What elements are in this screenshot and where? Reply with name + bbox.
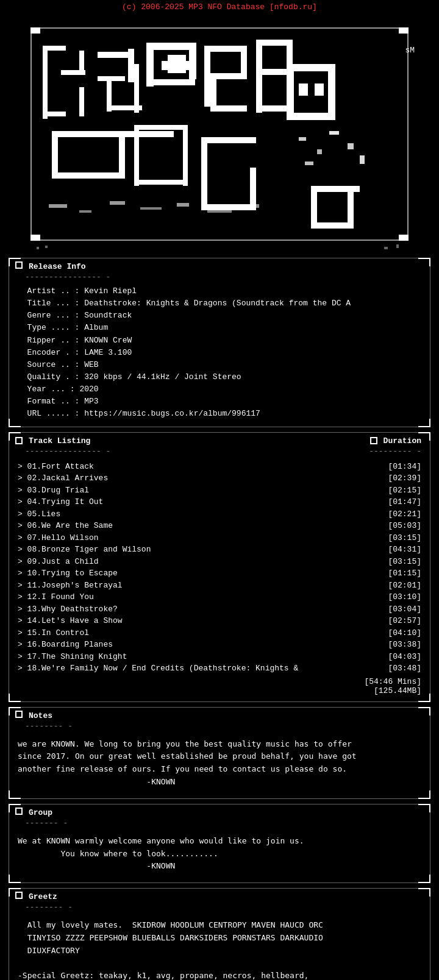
- svg-rect-0: [30, 27, 409, 29]
- svg-rect-41: [119, 137, 125, 174]
- track-row: > 15.In Control[04:10]: [18, 627, 421, 639]
- release-info-title: Release Info: [29, 262, 86, 271]
- release-info-body: Artist .. : Kevin Riepl Title ... : Deat…: [9, 283, 430, 427]
- release-info-block: Release Info ---------------- - Artist .…: [9, 258, 430, 427]
- svg-rect-19: [134, 64, 139, 113]
- track-row: > 12.I Found You[03:10]: [18, 591, 421, 603]
- release-info-divider: ---------------- -: [9, 272, 430, 283]
- svg-rect-45: [139, 125, 188, 130]
- year-line: Year ... : 2020: [18, 383, 421, 396]
- svg-rect-77: [396, 244, 399, 248]
- total-mb: [125.44MB]: [18, 686, 421, 695]
- svg-rect-9: [48, 46, 66, 51]
- greetz-block: Greetz -------- - All my lovely mates. S…: [9, 888, 430, 980]
- svg-rect-72: [311, 222, 354, 229]
- notes-body: we are KNOWN. We long to bring you the b…: [9, 732, 430, 798]
- notes-title: Notes: [29, 711, 52, 720]
- svg-rect-55: [140, 207, 162, 210]
- url-line: URL ..... : https://music.bugs.co.kr/alb…: [18, 408, 421, 420]
- totals: [54:46 Mins] [125.44MB]: [18, 677, 421, 695]
- track-row: > 14.Let's Have a Show[02:57]: [18, 615, 421, 627]
- ascii-art-area: sM: [0, 15, 439, 253]
- svg-rect-2: [407, 27, 409, 241]
- svg-rect-68: [299, 83, 308, 96]
- encoder-line: Encoder . : LAME 3.100: [18, 347, 421, 359]
- track-row: > 03.Drug Trial[02:15]: [18, 485, 421, 497]
- svg-rect-51: [360, 155, 365, 164]
- svg-rect-20: [146, 43, 195, 50]
- svg-rect-53: [79, 210, 91, 213]
- svg-rect-74: [37, 247, 39, 249]
- svg-rect-25: [162, 61, 192, 70]
- svg-rect-60: [207, 204, 256, 210]
- svg-rect-52: [49, 204, 67, 208]
- format-line: Format .. : MP3: [18, 396, 421, 408]
- group-header: Group: [9, 804, 430, 818]
- svg-rect-42: [134, 125, 139, 186]
- svg-rect-16: [98, 76, 125, 81]
- svg-rect-47: [317, 149, 322, 154]
- svg-rect-32: [256, 40, 262, 113]
- notes-block: Notes -------- - we are KNOWN. We long t…: [9, 707, 430, 799]
- group-block: Group ------- - We at KNOWN warmly welco…: [9, 804, 430, 883]
- track-row: > 01.Fort Attack[01:34]: [18, 461, 421, 473]
- title-line: Title ... : Deathstroke: Knights & Drago…: [18, 297, 421, 310]
- svg-rect-8: [43, 46, 48, 119]
- svg-rect-23: [146, 50, 154, 87]
- notes-text: we are KNOWN. We long to bring you the b…: [18, 734, 421, 792]
- svg-rect-54: [110, 201, 125, 205]
- svg-rect-73: [311, 192, 317, 229]
- track-row: > 13.Why Deathstroke?[03:04]: [18, 603, 421, 616]
- svg-rect-43: [139, 180, 188, 185]
- svg-rect-57: [207, 210, 232, 213]
- track-row: > 07.Hello Wilson[03:15]: [18, 532, 421, 544]
- svg-rect-62: [207, 137, 256, 143]
- svg-rect-17: [107, 81, 112, 112]
- svg-rect-28: [241, 46, 247, 73]
- ripper-line: Ripper .. : KNOWN CreW: [18, 335, 421, 347]
- svg-rect-46: [299, 137, 306, 141]
- source-line: Source .. : WEB: [18, 359, 421, 371]
- svg-rect-1: [30, 27, 32, 241]
- svg-rect-4: [30, 27, 40, 34]
- svg-rect-44: [183, 125, 188, 186]
- quality-line: Quality . : 320 kbps / 44.1kHz / Joint S…: [18, 371, 421, 383]
- greetz-divider: -------- -: [9, 903, 430, 913]
- svg-rect-63: [287, 64, 335, 71]
- track-row: > 02.Jackal Arrives[02:39]: [18, 472, 421, 485]
- track-divider: ---------------- -: [25, 447, 110, 456]
- svg-rect-39: [52, 137, 58, 174]
- group-divider: ------- -: [9, 818, 430, 829]
- track-row: > 06.We Are the Same[05:03]: [18, 520, 421, 532]
- greetz-header: Greetz: [9, 889, 430, 903]
- release-info-header: Release Info: [9, 258, 430, 272]
- logo-svg: [18, 15, 421, 253]
- svg-rect-56: [177, 203, 189, 207]
- svg-rect-7: [399, 235, 409, 241]
- svg-rect-29: [210, 73, 247, 79]
- svg-rect-69: [315, 83, 324, 96]
- genre-line: Genre ... : Soundtrack: [18, 310, 421, 322]
- svg-rect-76: [384, 247, 388, 249]
- svg-rect-50: [305, 162, 313, 165]
- type-line: Type .... : Album: [18, 322, 421, 334]
- svg-rect-59: [201, 137, 207, 210]
- track-row: > 08.Bronze Tiger and Wilson[04:31]: [18, 544, 421, 556]
- svg-rect-49: [348, 143, 354, 149]
- svg-rect-70: [311, 186, 360, 192]
- svg-rect-13: [79, 87, 84, 116]
- notes-header: Notes: [9, 708, 430, 722]
- total-mins: [54:46 Mins]: [18, 677, 421, 686]
- track-row: > 17.The Shining Knight[04:03]: [18, 651, 421, 663]
- greetz-title: Greetz: [29, 892, 57, 901]
- svg-rect-31: [210, 105, 247, 112]
- svg-rect-26: [204, 46, 210, 107]
- svg-rect-61: [250, 168, 256, 210]
- track-row: > 11.Joseph's Betrayal[02:01]: [18, 580, 421, 592]
- duration-label: Duration: [384, 436, 421, 446]
- svg-rect-12: [79, 51, 84, 75]
- group-body: We at KNOWN warmly welcome anyone who wo…: [9, 829, 430, 882]
- track-row: > 04.Trying It Out[01:47]: [18, 496, 421, 508]
- track-listing-block: Track Listing Duration ---------------- …: [9, 432, 430, 702]
- svg-rect-75: [45, 246, 48, 248]
